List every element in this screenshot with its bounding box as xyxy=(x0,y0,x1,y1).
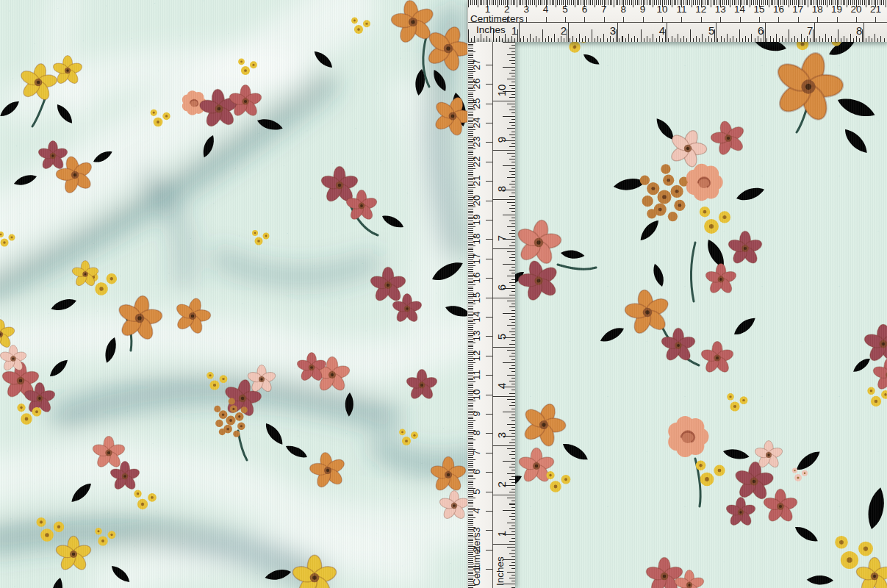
ruler-v-cm-tick xyxy=(486,317,492,318)
ruler-v-cm-number: 18 xyxy=(470,232,484,246)
ruler-h-half-ticks xyxy=(468,29,887,42)
ruler-v-inch-number: 4 xyxy=(495,379,509,393)
ruler-h-cm-number: 9 xyxy=(634,4,652,15)
ruler-v-cm-number: 27 xyxy=(470,57,484,72)
ruler-v-cm-tick xyxy=(486,569,492,570)
ruler-vertical: Centimeters Inches 123456789101112131415… xyxy=(467,42,515,588)
ruler-h-cm-tick xyxy=(584,17,585,23)
ruler-h-cm-tick xyxy=(565,17,566,23)
ruler-h-cm-number: 6 xyxy=(575,4,593,15)
ruler-v-inch-tick xyxy=(492,101,515,101)
ruler-h-cm-number: 14 xyxy=(731,4,749,15)
ruler-h-cm-tick xyxy=(546,17,547,23)
ruler-h-cm-tick xyxy=(759,17,760,23)
ruler-v-cm-number: 26 xyxy=(470,76,484,91)
ruler-v-cm-number: 12 xyxy=(470,348,484,363)
ruler-v-inch-tick xyxy=(492,544,515,545)
ruler-h-cm-number: 17 xyxy=(789,4,807,15)
ruler-h-sixteenth-ticks xyxy=(468,38,887,42)
ruler-v-inch-number: 5 xyxy=(495,329,509,344)
ruler-v-cm-tick xyxy=(486,123,492,123)
ruler-v-cm-number: 14 xyxy=(470,309,484,324)
ruler-h-inch-number: 1 xyxy=(503,24,517,37)
ruler-v-inch-number: 7 xyxy=(495,231,509,245)
ruler-v-cm-number: 6 xyxy=(470,465,484,479)
ruler-v-cm-tick xyxy=(486,278,492,279)
ruler-v-cm-number: 1 xyxy=(470,562,484,576)
ruler-v-cm-tick xyxy=(486,530,492,531)
ruler-v-cm-number: 4 xyxy=(470,503,484,518)
ruler-v-eighth-ticks xyxy=(509,42,515,588)
ruler-h-cm-number: 5 xyxy=(556,4,574,15)
ruler-h-cm-number: 12 xyxy=(692,4,710,15)
ruler-h-cm-number: 4 xyxy=(537,4,555,15)
ruler-v-cm-number: 13 xyxy=(470,329,484,343)
ruler-h-cm-tick xyxy=(643,17,644,23)
ruler-h-cm-number: 20 xyxy=(847,4,865,15)
fabric-listing-image: Centimeters Inches 123456789101112131415… xyxy=(0,0,887,588)
ruler-h-inch-number: 5 xyxy=(700,24,714,37)
ruler-v-cm-number: 3 xyxy=(470,523,484,537)
ruler-h-inch-number: 8 xyxy=(847,24,862,37)
ruler-v-cm-tick xyxy=(486,414,492,415)
ruler-h-cm-number: 7 xyxy=(595,4,613,15)
ruler-h-cm-tick xyxy=(604,17,605,23)
ruler-v-cm-number: 10 xyxy=(470,387,484,402)
ruler-v-cm-number: 17 xyxy=(470,251,484,266)
ruler-h-cm-tick xyxy=(856,17,857,23)
ruler-v-cm-tick xyxy=(486,375,492,376)
ruler-h-inch-tick xyxy=(568,23,569,42)
ruler-v-inch-tick xyxy=(492,445,515,446)
ruler-h-eighth-ticks xyxy=(468,36,887,42)
ruler-h-cm-number: 2 xyxy=(498,4,516,15)
ruler-v-centimeters-label: Centimeters xyxy=(471,532,482,586)
ruler-v-inch-tick xyxy=(492,396,515,397)
ruler-v-cm-tick xyxy=(486,298,492,298)
fabric-photo-flat xyxy=(467,0,887,588)
ruler-h-inch-number: 4 xyxy=(650,24,665,37)
ruler-h-cm-number: 10 xyxy=(653,4,671,15)
ruler-v-cm-number: 9 xyxy=(470,406,484,421)
ruler-v-sixteenth-ticks xyxy=(511,42,515,588)
ruler-v-divider xyxy=(492,42,493,588)
ruler-h-cm-number: 1 xyxy=(478,4,496,15)
ruler-v-inch-number: 3 xyxy=(495,428,509,442)
ruler-v-cm-number: 15 xyxy=(470,290,484,305)
ruler-v-cm-tick xyxy=(486,162,492,162)
ruler-v-cm-tick xyxy=(486,453,492,453)
ruler-h-cm-tick xyxy=(798,17,799,23)
fabric-photo-draped xyxy=(0,0,467,588)
ruler-v-cm-tick xyxy=(486,511,492,512)
ruler-h-cm-number: 21 xyxy=(866,4,884,15)
ruler-v-cm-tick xyxy=(486,472,492,473)
ruler-h-inch-tick xyxy=(617,23,618,42)
ruler-v-cm-tick xyxy=(486,395,492,395)
ruler-v-cm-number: 11 xyxy=(470,368,484,382)
ruler-h-quarter-ticks xyxy=(468,34,887,42)
ruler-h-inch-tick xyxy=(519,23,520,42)
ruler-v-cm-number: 22 xyxy=(470,154,484,169)
ruler-v-inches-label: Inches xyxy=(495,556,506,586)
ruler-v-cm-number: 5 xyxy=(470,484,484,499)
ruler-h-inch-tick xyxy=(814,23,815,42)
ruler-v-cm-tick xyxy=(486,356,492,356)
ruler-v-cm-number: 8 xyxy=(470,426,484,440)
ruler-v-cm-tick xyxy=(486,181,492,182)
ruler-v-inch-tick xyxy=(492,347,515,348)
ruler-v-cm-tick xyxy=(486,201,492,201)
ruler-h-cm-tick xyxy=(526,17,527,23)
ruler-h-cm-tick xyxy=(740,17,741,23)
ruler-h-inch-number: 6 xyxy=(749,24,764,37)
ruler-h-divider xyxy=(468,22,887,23)
ruler-v-inch-number: 8 xyxy=(495,182,509,196)
ruler-v-cm-number: 19 xyxy=(470,212,484,227)
ruler-v-cm-tick xyxy=(486,65,492,65)
ruler-horizontal: Centimeters Inches 123456789101112131415… xyxy=(467,0,887,42)
ruler-v-cm-tick xyxy=(486,492,492,492)
ruler-v-cm-tick xyxy=(486,104,492,104)
ruler-h-cm-tick xyxy=(701,17,702,23)
ruler-v-cm-tick xyxy=(486,259,492,259)
ruler-v-cm-number: 16 xyxy=(470,270,484,285)
ruler-v-cm-tick xyxy=(486,142,492,143)
ruler-h-cm-tick xyxy=(487,17,488,23)
